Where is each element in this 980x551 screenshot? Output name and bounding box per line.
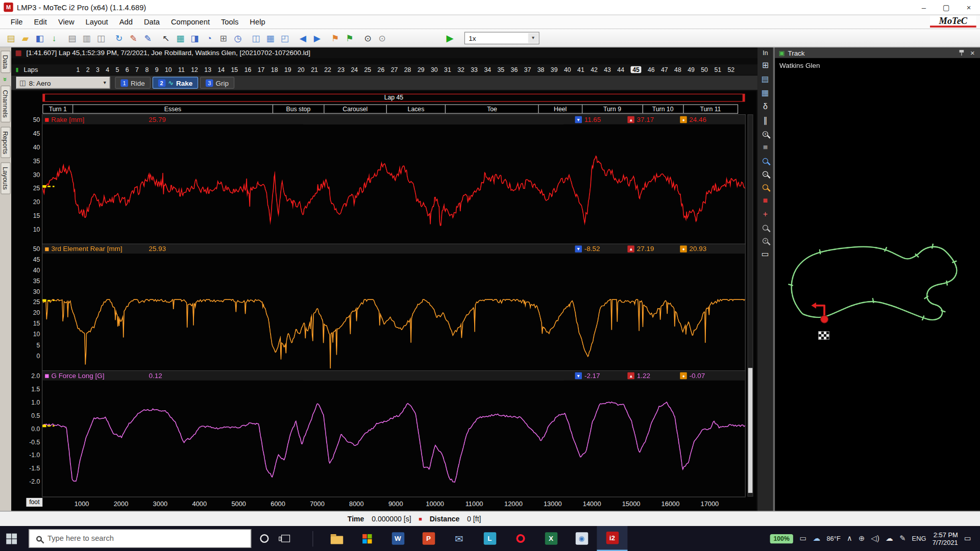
table-icon[interactable]: ⊞	[216, 31, 231, 45]
lap-19[interactable]: 19	[284, 66, 291, 73]
volume-icon[interactable]: ◁)	[871, 534, 879, 543]
lap-50[interactable]: 50	[701, 66, 708, 73]
lap-27[interactable]: 27	[391, 66, 398, 73]
lap-9[interactable]: 9	[155, 66, 159, 73]
lap-11[interactable]: 11	[178, 66, 185, 73]
worksheet-tab-grip[interactable]: 3Grip	[200, 77, 234, 89]
sidebar-tab-reports[interactable]: Reports	[1, 127, 11, 158]
lap-3[interactable]: 3	[96, 66, 100, 73]
lap-15[interactable]: 15	[231, 66, 238, 73]
section-heel[interactable]: Heel	[538, 104, 582, 113]
lap-34[interactable]: 34	[484, 66, 491, 73]
photos-icon[interactable]: ◉	[566, 526, 597, 551]
excel-icon[interactable]: X	[535, 526, 566, 551]
onedrive-icon[interactable]: ☁	[886, 534, 893, 543]
prev-lap-icon[interactable]: ◀	[296, 31, 310, 45]
section-esses[interactable]: Esses	[72, 104, 273, 113]
lap-24[interactable]: 24	[351, 66, 358, 73]
lap-12[interactable]: 12	[191, 66, 198, 73]
section-carousel[interactable]: Carousel	[324, 104, 387, 113]
lap-32[interactable]: 32	[457, 66, 464, 73]
zoom-b-icon[interactable]: +	[763, 238, 768, 244]
next-lap-icon[interactable]: ▶	[310, 31, 324, 45]
minimize-button[interactable]: –	[913, 0, 935, 15]
lap-29[interactable]: 29	[418, 66, 425, 73]
lap-35[interactable]: 35	[497, 66, 504, 73]
lap-5[interactable]: 5	[116, 66, 119, 73]
lap-13[interactable]: 13	[204, 66, 211, 73]
parallel-lines-icon[interactable]: ∥	[763, 116, 767, 125]
language-indicator[interactable]: ENG	[912, 535, 926, 542]
lap-49[interactable]: 49	[688, 66, 695, 73]
menu-file[interactable]: File	[5, 16, 29, 28]
chart-blue-icon[interactable]: ◨	[187, 31, 202, 45]
pen-icon[interactable]: ✎	[899, 534, 905, 543]
i2-pro-icon[interactable]: i2	[597, 526, 627, 551]
taskbar-clock[interactable]: 2:57 PM7/7/2021	[933, 531, 958, 546]
close-button[interactable]: ×	[958, 0, 980, 15]
cortana-icon[interactable]	[260, 534, 268, 543]
worksheet-selector[interactable]: ◫ 8: Aero ▼	[16, 77, 110, 89]
lap-30[interactable]: 30	[431, 66, 438, 73]
lap-4[interactable]: 4	[106, 66, 109, 73]
lap-26[interactable]: 26	[378, 66, 385, 73]
lap-52[interactable]: 52	[727, 66, 734, 73]
menu-help[interactable]: Help	[244, 16, 271, 28]
lap-16[interactable]: 16	[244, 66, 252, 73]
lap-20[interactable]: 20	[298, 66, 305, 73]
edit-blue-icon[interactable]: ✎	[141, 31, 155, 45]
mail-icon[interactable]: ✉	[444, 526, 474, 551]
temperature[interactable]: 86°F	[826, 535, 840, 542]
zoom-region-icon[interactable]: ◰	[278, 31, 292, 45]
search-gray-icon[interactable]: ⊙	[375, 31, 389, 45]
grid-window-icon[interactable]: ▦	[263, 31, 278, 45]
print-preview-icon[interactable]: ▥	[80, 31, 94, 45]
pin-icon[interactable]	[959, 49, 965, 56]
lap-36[interactable]: 36	[511, 66, 518, 73]
lap-51[interactable]: 51	[714, 66, 721, 73]
sidebar-tab-data[interactable]: Data	[1, 51, 11, 73]
lap-8[interactable]: 8	[145, 66, 149, 73]
notification-icon[interactable]: ▭	[964, 534, 971, 543]
channel-name[interactable]: G Force Long [G]	[51, 372, 104, 380]
file-explorer-icon[interactable]	[321, 526, 352, 551]
save-icon[interactable]: ◧	[33, 31, 47, 45]
search-dark-icon[interactable]: ⊙	[361, 31, 375, 45]
menu-component[interactable]: Component	[165, 16, 215, 28]
sidebar-expand-icon[interactable]: »	[2, 78, 10, 82]
network-icon[interactable]: ⊕	[859, 534, 865, 543]
crosshair-icon[interactable]: +	[763, 210, 768, 218]
lap-23[interactable]: 23	[337, 66, 345, 73]
lap-41[interactable]: 41	[577, 66, 584, 73]
edit-red-icon[interactable]: ✎	[126, 31, 140, 45]
tray-expand-icon[interactable]: ∧	[847, 534, 852, 543]
export-icon[interactable]: ↓	[47, 31, 61, 45]
section-turn-11[interactable]: Turn 11	[683, 104, 738, 113]
sidebar-tab-channels[interactable]: Channels	[1, 86, 11, 122]
search-input[interactable]	[47, 534, 251, 543]
vertical-scrollbar[interactable]	[747, 114, 753, 496]
zoom-prev-icon[interactable]	[763, 184, 768, 190]
trace-canvas-1[interactable]	[42, 114, 745, 243]
gauge-icon[interactable]: ◔	[202, 31, 216, 45]
lap-31[interactable]: 31	[444, 66, 451, 73]
menu-edit[interactable]: Edit	[29, 16, 53, 28]
histogram-icon[interactable]: ▦	[762, 89, 769, 97]
worksheet-grid-icon[interactable]: ⊞	[762, 61, 769, 70]
menu-data[interactable]: Data	[138, 16, 165, 28]
chart-teal-icon[interactable]: ▦	[173, 31, 187, 45]
lap-37[interactable]: 37	[524, 66, 531, 73]
lap-14[interactable]: 14	[217, 66, 225, 73]
play-button[interactable]: ▶	[443, 32, 457, 43]
task-view-icon[interactable]	[281, 535, 290, 542]
zoom-in-icon[interactable]: +	[763, 131, 768, 137]
trace-canvas-2[interactable]	[42, 244, 745, 371]
ruler-icon[interactable]: ▭	[762, 250, 769, 259]
lap-21[interactable]: 21	[311, 66, 318, 73]
lap-10[interactable]: 10	[165, 66, 172, 73]
scrollbar-thumb[interactable]	[748, 368, 753, 493]
microsoft-store-icon[interactable]	[352, 526, 382, 551]
delta-icon[interactable]: δ	[763, 103, 768, 111]
powerpoint-icon[interactable]: P	[413, 526, 444, 551]
worksheet-tab-rake[interactable]: 2∿Rake	[152, 77, 198, 89]
